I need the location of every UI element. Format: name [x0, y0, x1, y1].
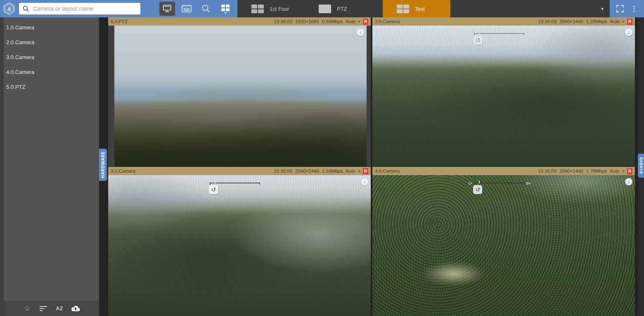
digital-zoom-control: 1× 8× ↺	[468, 179, 531, 198]
star-icon: ☆	[24, 304, 30, 313]
recordings-button[interactable]	[179, 2, 194, 16]
events-panel-label: EVENTS	[639, 157, 643, 174]
download-button[interactable]: ↓	[625, 29, 632, 36]
recording-badge: R	[363, 168, 368, 174]
zoom-reset-button[interactable]: ↺	[473, 36, 482, 45]
grid-2x2-icon	[397, 5, 409, 13]
camera-list-item[interactable]: 5.0.PTZ	[4, 80, 99, 95]
camera-video[interactable]: ↓	[114, 26, 367, 166]
search-input[interactable]	[32, 5, 137, 12]
main-menu-button[interactable]: ⋮	[630, 5, 637, 13]
recording-badge: R	[627, 19, 632, 25]
tile-bitrate: 1.24Mbps	[322, 169, 343, 173]
live-view-button[interactable]	[159, 2, 175, 16]
sidebar-footer-toolbar: ☆ AZ	[4, 301, 99, 316]
stream-info-caret-icon[interactable]: ▾	[623, 169, 624, 173]
camera-tile: 3.0.Camera 13:16:03 2560×1440 1.24Mbps A…	[108, 167, 371, 316]
zoom-max-label: 8×	[526, 32, 530, 36]
tab-ptz[interactable]: PTZ	[305, 0, 372, 17]
tile-stream-info: 13:16:03 2560×1440 1.79Mbps Auto ▾ R	[538, 168, 632, 174]
tile-video-area: ↓	[108, 26, 371, 166]
sort-alphabetical-button[interactable]: AZ	[55, 304, 64, 313]
zoom-slider-handle[interactable]	[479, 181, 480, 183]
sort-lines-icon	[40, 306, 47, 311]
camera-tile: 2.0.Camera 13:16:03 2560×1440 1.28Mbps A…	[372, 17, 635, 166]
tile-resolution: 2560×1440	[559, 19, 583, 24]
tile-bitrate: 1.79Mbps	[586, 169, 607, 173]
stream-info-caret-icon[interactable]: ▾	[358, 169, 360, 173]
camera-list-item[interactable]: 3.0.Camera	[4, 50, 99, 65]
search-view-button[interactable]	[198, 2, 214, 16]
cloud-upload-icon	[71, 305, 80, 312]
app-logo[interactable]: 4	[2, 2, 17, 16]
grid-2x2-icon	[251, 5, 264, 13]
camera-video[interactable]: 1× 8× ↺ ↓	[108, 175, 371, 316]
tile-quality: Auto	[610, 19, 620, 24]
stream-info-caret-icon[interactable]: ▾	[623, 20, 624, 24]
tab-label: 1st Four	[270, 6, 289, 12]
search-icon	[23, 5, 29, 12]
tile-quality: Auto	[610, 169, 620, 173]
vms-app-window: 4	[0, 0, 644, 316]
zoom-min-label: 1×	[204, 181, 208, 185]
download-button[interactable]: ↓	[625, 178, 632, 185]
camera-list-item[interactable]: 4.0.Camera	[4, 65, 99, 80]
single-screen-icon	[319, 5, 331, 13]
tile-time: 13:16:03	[538, 19, 556, 24]
download-button[interactable]: ↓	[361, 178, 368, 185]
recording-badge: R	[363, 19, 368, 25]
fullscreen-button[interactable]	[616, 5, 624, 12]
camera-tile: 5.0.PTZ 13:16:02 1920×1080 0.60Mbps Auto…	[108, 17, 371, 166]
tile-quality: Auto	[346, 169, 355, 173]
layouts-button[interactable]	[218, 2, 233, 16]
top-bar: 4	[0, 0, 644, 17]
zoom-slider[interactable]	[474, 33, 524, 35]
tab-test[interactable]: Test	[383, 0, 450, 17]
tile-titlebar[interactable]: 2.0.Camera 13:16:03 2560×1440 1.28Mbps A…	[372, 17, 635, 26]
zoom-slider[interactable]	[210, 183, 260, 185]
download-button[interactable]: ↓	[357, 29, 364, 36]
magnifier-icon	[201, 4, 211, 13]
resource-sidebar: 1.0.Camera 2.0.Camera 3.0.Camera 4.0.Cam…	[0, 17, 99, 316]
tile-video-area: 1× 8× ↺ ↓	[108, 175, 371, 316]
tile-time: 13:16:02	[274, 19, 292, 24]
zoom-reset-button[interactable]: ↺	[473, 185, 482, 194]
hardware-panel-tab[interactable]: HARDWARE	[99, 149, 107, 181]
tile-time: 13:16:03	[274, 169, 292, 173]
tile-titlebar[interactable]: 3.0.Camera 13:16:03 2560×1440 1.24Mbps A…	[108, 167, 371, 175]
fullscreen-icon	[616, 5, 624, 12]
view-mode-toolbar	[159, 0, 233, 17]
tile-camera-name: 4.0.Camera	[375, 169, 538, 173]
cassette-icon	[182, 5, 192, 12]
tile-time: 13:16:03	[538, 169, 556, 173]
digital-zoom-control: 1× 8× ↺	[468, 30, 531, 49]
tile-bitrate: 1.28Mbps	[586, 19, 607, 24]
tile-titlebar[interactable]: 4.0.Camera 13:16:03 2560×1440 1.79Mbps A…	[372, 167, 635, 175]
events-panel-tab[interactable]: EVENTS	[638, 154, 644, 178]
tabs-dropdown-caret[interactable]: ▾	[596, 0, 608, 17]
cloud-upload-button[interactable]	[71, 304, 80, 313]
zoom-reset-button[interactable]: ↺	[209, 185, 218, 194]
tile-video-area: 1× 8× ↺ ↓	[372, 175, 635, 316]
sort-button[interactable]	[39, 304, 48, 313]
tile-stream-info: 13:16:03 2560×1440 1.24Mbps Auto ▾ R	[274, 168, 368, 174]
favorites-filter-button[interactable]: ☆	[23, 304, 32, 313]
stream-info-caret-icon[interactable]: ▾	[358, 20, 360, 24]
zoom-max-label: 8×	[526, 181, 530, 185]
tab-1st-four[interactable]: 1st Four	[237, 0, 305, 17]
tile-resolution: 1920×1080	[295, 19, 319, 24]
zoom-slider-handle[interactable]	[479, 31, 480, 34]
camera-video[interactable]: 1× 8× ↺ ↓	[372, 175, 635, 316]
zoom-slider-handle[interactable]	[215, 181, 215, 183]
camera-video[interactable]: 1× 8× ↺ ↓	[372, 26, 635, 166]
camera-list-item[interactable]: 1.0.Camera	[4, 20, 99, 35]
zoom-slider[interactable]	[474, 183, 524, 185]
tile-titlebar[interactable]: 5.0.PTZ 13:16:02 1920×1080 0.60Mbps Auto…	[108, 17, 371, 26]
tile-quality: Auto	[346, 19, 355, 24]
tile-resolution: 2560×1440	[295, 169, 319, 173]
search-box[interactable]	[19, 3, 140, 14]
layout-tab-strip: 1st Four PTZ Test	[237, 0, 610, 17]
zoom-min-label: 1×	[468, 181, 472, 185]
camera-list-item[interactable]: 2.0.Camera	[4, 35, 99, 50]
zoom-max-label: 8×	[262, 181, 266, 185]
